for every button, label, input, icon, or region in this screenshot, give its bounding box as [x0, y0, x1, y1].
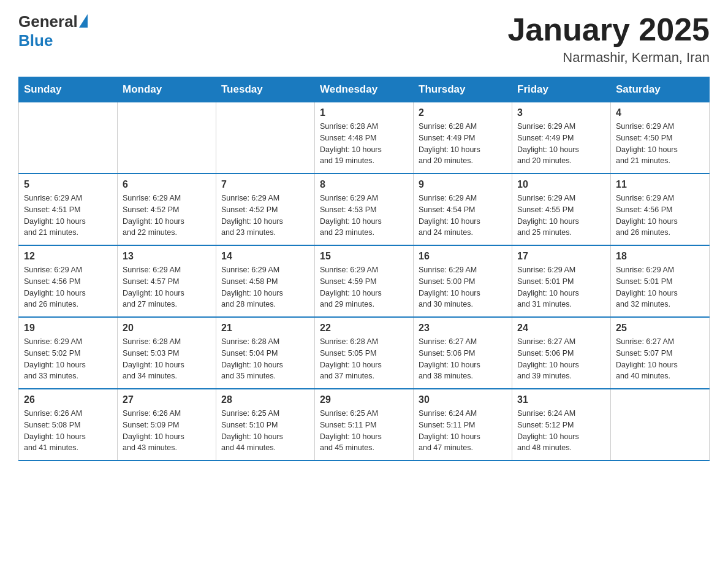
calendar-day-cell: 27Sunrise: 6:26 AM Sunset: 5:09 PM Dayli…	[118, 389, 216, 461]
day-number: 9	[419, 179, 507, 190]
day-info: Sunrise: 6:29 AM Sunset: 4:58 PM Dayligh…	[221, 264, 309, 310]
day-info: Sunrise: 6:29 AM Sunset: 4:59 PM Dayligh…	[320, 264, 408, 310]
calendar-title: January 2025	[507, 12, 710, 47]
day-number: 26	[24, 394, 112, 405]
calendar-day-cell: 22Sunrise: 6:28 AM Sunset: 5:05 PM Dayli…	[315, 317, 414, 389]
calendar-day-cell: 21Sunrise: 6:28 AM Sunset: 5:04 PM Dayli…	[216, 317, 315, 389]
calendar-day-cell: 24Sunrise: 6:27 AM Sunset: 5:06 PM Dayli…	[512, 317, 611, 389]
day-number: 27	[123, 394, 211, 405]
day-info: Sunrise: 6:29 AM Sunset: 4:52 PM Dayligh…	[123, 193, 211, 239]
day-number: 29	[320, 394, 408, 405]
calendar-empty-cell	[118, 102, 216, 174]
calendar-day-cell: 4Sunrise: 6:29 AM Sunset: 4:50 PM Daylig…	[611, 102, 710, 174]
day-info: Sunrise: 6:29 AM Sunset: 4:50 PM Dayligh…	[616, 121, 704, 167]
day-number: 18	[616, 251, 704, 262]
calendar-day-cell: 16Sunrise: 6:29 AM Sunset: 5:00 PM Dayli…	[414, 245, 512, 317]
day-info: Sunrise: 6:29 AM Sunset: 5:02 PM Dayligh…	[24, 336, 112, 382]
day-number: 7	[221, 179, 309, 190]
calendar-day-cell: 28Sunrise: 6:25 AM Sunset: 5:10 PM Dayli…	[216, 389, 315, 461]
calendar-day-cell: 15Sunrise: 6:29 AM Sunset: 4:59 PM Dayli…	[315, 245, 414, 317]
calendar-day-cell: 29Sunrise: 6:25 AM Sunset: 5:11 PM Dayli…	[315, 389, 414, 461]
day-info: Sunrise: 6:25 AM Sunset: 5:10 PM Dayligh…	[221, 408, 309, 454]
day-number: 5	[24, 179, 112, 190]
day-number: 13	[123, 251, 211, 262]
day-info: Sunrise: 6:27 AM Sunset: 5:06 PM Dayligh…	[517, 336, 605, 382]
day-number: 11	[616, 179, 704, 190]
day-info: Sunrise: 6:29 AM Sunset: 5:01 PM Dayligh…	[517, 264, 605, 310]
calendar-week-row: 26Sunrise: 6:26 AM Sunset: 5:08 PM Dayli…	[19, 389, 710, 461]
day-number: 15	[320, 251, 408, 262]
calendar-empty-cell	[19, 102, 118, 174]
calendar-day-cell: 9Sunrise: 6:29 AM Sunset: 4:54 PM Daylig…	[414, 174, 512, 245]
calendar-day-cell: 19Sunrise: 6:29 AM Sunset: 5:02 PM Dayli…	[19, 317, 118, 389]
calendar-table: SundayMondayTuesdayWednesdayThursdayFrid…	[18, 77, 710, 461]
calendar-empty-cell	[216, 102, 315, 174]
calendar-empty-cell	[611, 389, 710, 461]
day-of-week-header: Friday	[512, 77, 611, 102]
logo-triangle-icon	[79, 14, 88, 28]
day-number: 2	[419, 107, 507, 118]
day-number: 8	[320, 179, 408, 190]
calendar-day-cell: 3Sunrise: 6:29 AM Sunset: 4:49 PM Daylig…	[512, 102, 611, 174]
page-header: General Blue January 2025 Narmashir, Ker…	[18, 12, 710, 66]
logo-general: General	[18, 12, 78, 31]
day-number: 16	[419, 251, 507, 262]
calendar-day-cell: 11Sunrise: 6:29 AM Sunset: 4:56 PM Dayli…	[611, 174, 710, 245]
day-number: 14	[221, 251, 309, 262]
day-info: Sunrise: 6:29 AM Sunset: 4:56 PM Dayligh…	[24, 264, 112, 310]
day-number: 22	[320, 323, 408, 334]
calendar-day-cell: 13Sunrise: 6:29 AM Sunset: 4:57 PM Dayli…	[118, 245, 216, 317]
calendar-day-cell: 8Sunrise: 6:29 AM Sunset: 4:53 PM Daylig…	[315, 174, 414, 245]
day-info: Sunrise: 6:25 AM Sunset: 5:11 PM Dayligh…	[320, 408, 408, 454]
calendar-day-cell: 18Sunrise: 6:29 AM Sunset: 5:01 PM Dayli…	[611, 245, 710, 317]
logo: General Blue	[18, 12, 88, 50]
day-number: 23	[419, 323, 507, 334]
day-info: Sunrise: 6:29 AM Sunset: 4:53 PM Dayligh…	[320, 193, 408, 239]
day-number: 28	[221, 394, 309, 405]
day-of-week-header: Thursday	[414, 77, 512, 102]
calendar-day-cell: 14Sunrise: 6:29 AM Sunset: 4:58 PM Dayli…	[216, 245, 315, 317]
calendar-day-cell: 23Sunrise: 6:27 AM Sunset: 5:06 PM Dayli…	[414, 317, 512, 389]
day-info: Sunrise: 6:29 AM Sunset: 4:54 PM Dayligh…	[419, 193, 507, 239]
day-info: Sunrise: 6:26 AM Sunset: 5:08 PM Dayligh…	[24, 408, 112, 454]
day-info: Sunrise: 6:29 AM Sunset: 4:49 PM Dayligh…	[517, 121, 605, 167]
day-info: Sunrise: 6:28 AM Sunset: 4:49 PM Dayligh…	[419, 121, 507, 167]
calendar-day-cell: 26Sunrise: 6:26 AM Sunset: 5:08 PM Dayli…	[19, 389, 118, 461]
day-number: 10	[517, 179, 605, 190]
day-of-week-header: Wednesday	[315, 77, 414, 102]
calendar-day-cell: 2Sunrise: 6:28 AM Sunset: 4:49 PM Daylig…	[414, 102, 512, 174]
calendar-day-cell: 17Sunrise: 6:29 AM Sunset: 5:01 PM Dayli…	[512, 245, 611, 317]
title-block: January 2025 Narmashir, Kerman, Iran	[507, 12, 710, 66]
calendar-header-row: SundayMondayTuesdayWednesdayThursdayFrid…	[19, 77, 710, 102]
calendar-day-cell: 20Sunrise: 6:28 AM Sunset: 5:03 PM Dayli…	[118, 317, 216, 389]
calendar-day-cell: 6Sunrise: 6:29 AM Sunset: 4:52 PM Daylig…	[118, 174, 216, 245]
day-info: Sunrise: 6:29 AM Sunset: 4:56 PM Dayligh…	[616, 193, 704, 239]
calendar-day-cell: 30Sunrise: 6:24 AM Sunset: 5:11 PM Dayli…	[414, 389, 512, 461]
day-number: 12	[24, 251, 112, 262]
day-number: 25	[616, 323, 704, 334]
day-number: 20	[123, 323, 211, 334]
calendar-day-cell: 25Sunrise: 6:27 AM Sunset: 5:07 PM Dayli…	[611, 317, 710, 389]
day-info: Sunrise: 6:29 AM Sunset: 4:57 PM Dayligh…	[123, 264, 211, 310]
day-info: Sunrise: 6:29 AM Sunset: 5:00 PM Dayligh…	[419, 264, 507, 310]
day-number: 17	[517, 251, 605, 262]
day-info: Sunrise: 6:26 AM Sunset: 5:09 PM Dayligh…	[123, 408, 211, 454]
day-of-week-header: Saturday	[611, 77, 710, 102]
day-of-week-header: Sunday	[19, 77, 118, 102]
calendar-day-cell: 12Sunrise: 6:29 AM Sunset: 4:56 PM Dayli…	[19, 245, 118, 317]
calendar-week-row: 5Sunrise: 6:29 AM Sunset: 4:51 PM Daylig…	[19, 174, 710, 245]
calendar-day-cell: 5Sunrise: 6:29 AM Sunset: 4:51 PM Daylig…	[19, 174, 118, 245]
calendar-week-row: 12Sunrise: 6:29 AM Sunset: 4:56 PM Dayli…	[19, 245, 710, 317]
day-number: 30	[419, 394, 507, 405]
day-number: 6	[123, 179, 211, 190]
day-number: 31	[517, 394, 605, 405]
calendar-day-cell: 31Sunrise: 6:24 AM Sunset: 5:12 PM Dayli…	[512, 389, 611, 461]
calendar-day-cell: 1Sunrise: 6:28 AM Sunset: 4:48 PM Daylig…	[315, 102, 414, 174]
day-number: 4	[616, 107, 704, 118]
calendar-subtitle: Narmashir, Kerman, Iran	[507, 50, 710, 66]
day-info: Sunrise: 6:29 AM Sunset: 4:52 PM Dayligh…	[221, 193, 309, 239]
day-of-week-header: Tuesday	[216, 77, 315, 102]
calendar-week-row: 1Sunrise: 6:28 AM Sunset: 4:48 PM Daylig…	[19, 102, 710, 174]
day-info: Sunrise: 6:27 AM Sunset: 5:06 PM Dayligh…	[419, 336, 507, 382]
day-number: 3	[517, 107, 605, 118]
